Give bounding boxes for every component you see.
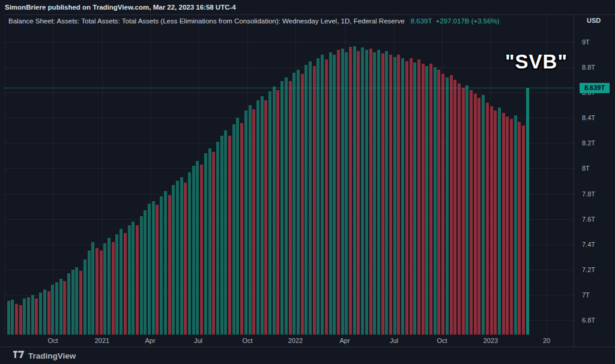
bar — [502, 113, 505, 335]
bar — [450, 75, 453, 335]
bar — [285, 77, 288, 335]
bar — [304, 65, 308, 335]
bar — [297, 70, 300, 335]
bar — [337, 50, 340, 335]
last-price-line — [4, 88, 574, 88]
bar — [389, 55, 392, 335]
bar — [458, 83, 461, 335]
bar — [477, 98, 480, 335]
bar — [268, 91, 271, 335]
currency-label: USD — [587, 17, 601, 24]
bar — [381, 53, 384, 335]
bar — [410, 58, 413, 335]
footer: TradingView — [0, 347, 615, 364]
bar — [23, 299, 26, 335]
bar — [75, 267, 78, 335]
y-tick-label: 7.4T — [582, 241, 595, 248]
bar — [180, 177, 183, 335]
bar — [47, 291, 50, 335]
bar — [422, 64, 425, 335]
bar — [100, 250, 103, 335]
gridline-h — [4, 67, 574, 68]
x-tick-label: Apr — [332, 337, 358, 344]
bar — [373, 52, 376, 335]
bar — [273, 86, 276, 335]
gridline-v — [295, 14, 296, 335]
bar — [249, 105, 252, 335]
bar — [329, 52, 332, 335]
bar — [441, 74, 444, 335]
x-tick-label: 2021 — [89, 337, 115, 344]
bar — [289, 81, 292, 335]
bar — [31, 295, 34, 335]
bar — [236, 118, 239, 335]
bar — [212, 152, 215, 335]
bar — [95, 248, 98, 335]
bar — [220, 136, 223, 335]
bar — [280, 81, 283, 335]
price-axis-border — [574, 14, 574, 347]
x-tick-label: Oct — [234, 337, 261, 344]
bar — [196, 161, 199, 335]
bar — [244, 111, 247, 335]
tradingview-published-chart: SimonBriere published on TradingView.com… — [0, 0, 615, 364]
bar — [71, 270, 74, 335]
bar — [59, 279, 62, 335]
bar — [437, 70, 440, 335]
bar — [132, 222, 135, 335]
bar — [228, 136, 231, 335]
y-tick-label: 9T — [582, 38, 590, 46]
bar — [124, 233, 127, 335]
bar — [164, 191, 167, 335]
bar — [429, 64, 432, 335]
bar — [506, 117, 509, 335]
bar — [11, 300, 14, 335]
y-tick-label: 8.4T — [582, 114, 595, 121]
x-tick-label: Oct — [40, 337, 66, 344]
bar — [264, 100, 267, 335]
bar — [140, 216, 143, 335]
tradingview-logo[interactable]: TradingView — [13, 351, 76, 360]
bar — [417, 59, 420, 335]
x-tick-label: Jul — [185, 337, 211, 344]
bar — [494, 111, 497, 335]
bar — [341, 49, 344, 335]
y-tick-label: 8T — [582, 165, 590, 172]
bar — [224, 130, 227, 335]
bar — [345, 52, 348, 335]
bar — [514, 115, 517, 335]
time-axis[interactable]: Oct2021AprJulOct2022AprJulOct202320 — [0, 335, 574, 347]
chart-legend: Balance Sheet: Assets: Total Assets: Tot… — [8, 17, 500, 25]
bar — [156, 205, 159, 335]
last-price-badge: 8.639T — [580, 83, 610, 93]
y-tick-label: 7.6T — [582, 216, 595, 223]
bar — [434, 67, 437, 335]
bar — [413, 62, 416, 335]
bar — [39, 293, 42, 335]
brand-text: TradingView — [28, 351, 76, 360]
bar — [176, 181, 179, 335]
bar — [252, 109, 255, 335]
price-axis[interactable]: USD 8.639T 9T8.8T8.6T8.4T8.2T8T7.8T7.6T7… — [574, 14, 615, 347]
bar — [325, 59, 328, 335]
bar — [188, 172, 191, 335]
bar — [27, 297, 30, 335]
y-tick-label: 7.2T — [582, 266, 595, 273]
bar — [79, 271, 82, 335]
bar — [160, 196, 163, 335]
x-tick-label: 2023 — [477, 337, 504, 344]
bar — [136, 225, 139, 335]
bar — [216, 142, 219, 335]
legend-value: 8.639T — [411, 17, 432, 25]
bar — [115, 234, 118, 335]
bar — [377, 50, 380, 335]
bar — [276, 90, 279, 335]
bar — [192, 166, 195, 335]
svb-annotation[interactable]: "SVB" — [502, 50, 571, 73]
bar — [152, 201, 155, 335]
bar — [333, 55, 336, 335]
bar — [232, 124, 235, 335]
chart-surface[interactable]: Balance Sheet: Assets: Total Assets: Tot… — [0, 14, 574, 335]
bar — [462, 88, 465, 335]
bar — [108, 238, 111, 335]
